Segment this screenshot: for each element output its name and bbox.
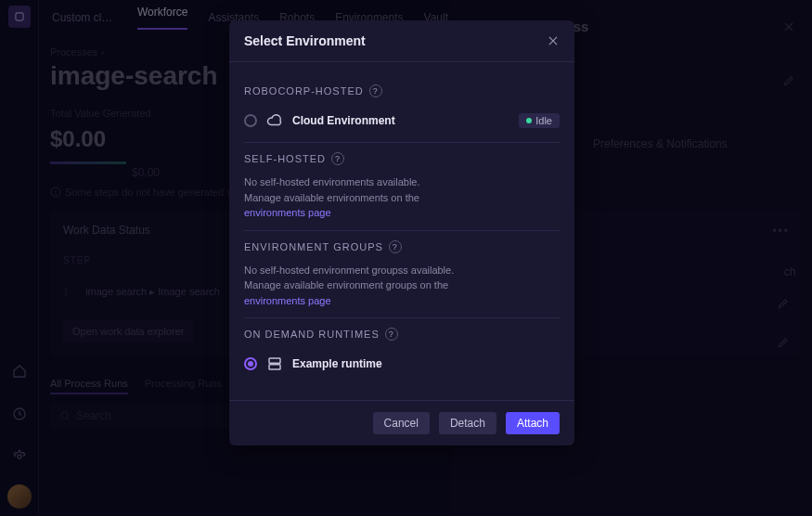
env-groups-note: No self-hosted environment groupss avail… [244, 263, 560, 319]
svg-rect-6 [269, 358, 280, 363]
env-row-example[interactable]: Example runtime [244, 350, 560, 385]
environments-link[interactable]: environments page [244, 207, 331, 218]
env-name: Cloud Environment [292, 114, 395, 127]
server-icon [266, 355, 283, 372]
radio-checked[interactable] [244, 357, 257, 370]
environments-link[interactable]: environments page [244, 295, 331, 306]
section-robocorp-hosted: ROBOCORP-HOSTED ? [244, 84, 560, 97]
section-on-demand: ON DEMAND RUNTIMES ? [244, 328, 560, 341]
help-icon[interactable]: ? [385, 328, 398, 341]
help-icon[interactable]: ? [389, 240, 402, 253]
section-env-groups: ENVIRONMENT GROUPS ? [244, 240, 560, 253]
modal-title: Select Environment [244, 33, 366, 48]
status-badge: Idle [519, 113, 560, 128]
select-environment-modal: Select Environment ROBOCORP-HOSTED ? Clo… [229, 20, 574, 445]
self-hosted-note: No self-hosted environments available. M… [244, 174, 560, 231]
section-self-hosted: SELF-HOSTED ? [244, 152, 560, 165]
help-icon[interactable]: ? [369, 84, 382, 97]
env-row-cloud[interactable]: Cloud Environment Idle [244, 107, 560, 143]
attach-button[interactable]: Attach [506, 412, 560, 434]
help-icon[interactable]: ? [331, 152, 344, 165]
radio-unchecked[interactable] [244, 114, 257, 127]
env-name: Example runtime [292, 357, 382, 370]
cloud-icon [266, 112, 283, 129]
close-icon[interactable] [547, 34, 560, 47]
svg-rect-7 [269, 365, 280, 369]
cancel-button[interactable]: Cancel [373, 412, 430, 434]
detach-button[interactable]: Detach [439, 412, 496, 434]
